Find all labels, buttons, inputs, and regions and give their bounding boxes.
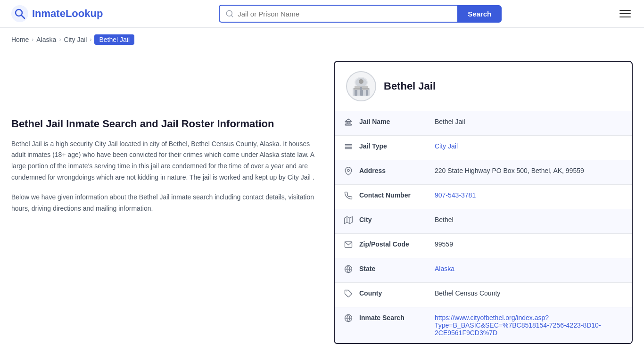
- svg-rect-18: [350, 122, 351, 124]
- info-icon-cell: [335, 136, 359, 160]
- hamburger-line-3: [619, 16, 631, 17]
- info-icon-cell: [335, 307, 359, 331]
- info-card: Bethel Jail Jail NameBethel JailJail Typ…: [334, 61, 633, 344]
- breadcrumb-chevron-2: ›: [59, 36, 61, 43]
- svg-marker-25: [345, 217, 353, 224]
- info-row-icon: [344, 216, 353, 227]
- svg-marker-19: [345, 119, 352, 121]
- info-icon-cell: [335, 209, 359, 233]
- logo-icon: [11, 5, 28, 22]
- page-title: Bethel Jail Inmate Search and Jail Roste…: [11, 117, 322, 131]
- info-row: Contact Number907-543-3781: [335, 185, 632, 209]
- info-value-link[interactable]: Alaska: [435, 265, 454, 272]
- info-row: Zip/Postal Code99559: [335, 234, 632, 258]
- svg-point-0: [11, 5, 28, 22]
- svg-rect-7: [360, 90, 363, 96]
- breadcrumb-state[interactable]: Alaska: [36, 36, 56, 43]
- info-value: 220 State Highway PO Box 500, Bethel, AK…: [435, 160, 632, 181]
- svg-point-24: [347, 169, 350, 172]
- info-row: CityBethel: [335, 209, 632, 234]
- info-label: Jail Name: [359, 111, 435, 132]
- right-column: Bethel Jail Jail NameBethel JailJail Typ…: [334, 61, 633, 344]
- info-icon-cell: [335, 160, 359, 184]
- hamburger-line-2: [619, 13, 631, 14]
- info-icon-cell: [335, 111, 359, 135]
- search-bar: Search: [219, 5, 502, 23]
- info-label: State: [359, 258, 435, 279]
- info-row-icon: [344, 289, 353, 300]
- info-row: StateAlaska: [335, 258, 632, 283]
- info-value[interactable]: https://www.cityofbethel.org/index.asp?T…: [435, 307, 632, 343]
- info-card-header: Bethel Jail: [335, 62, 632, 111]
- info-icon-cell: [335, 258, 359, 282]
- svg-rect-17: [348, 122, 349, 124]
- page-description: Bethel Jail is a high security City Jail…: [11, 139, 322, 183]
- info-row: Inmate Searchhttps://www.cityofbethel.or…: [335, 307, 632, 343]
- breadcrumb-chevron-1: ›: [32, 36, 33, 43]
- search-input[interactable]: [238, 10, 452, 18]
- info-value-link[interactable]: City Jail: [435, 142, 458, 150]
- info-value-link[interactable]: https://www.cityofbethel.org/index.asp?T…: [435, 314, 601, 337]
- info-row-icon: [344, 118, 353, 129]
- breadcrumb: Home › Alaska › City Jail › Bethel Jail: [0, 28, 644, 51]
- jail-name-header: Bethel Jail: [384, 80, 436, 92]
- info-icon-cell: [335, 234, 359, 258]
- info-label: Contact Number: [359, 185, 435, 206]
- svg-rect-16: [346, 122, 347, 124]
- info-label: Jail Type: [359, 136, 435, 156]
- search-input-wrapper: [219, 5, 457, 23]
- jail-building-icon: [350, 75, 372, 98]
- logo-text: InmateLookup: [32, 8, 103, 20]
- svg-line-4: [231, 15, 233, 16]
- info-row-icon: [344, 240, 353, 251]
- svg-rect-8: [366, 90, 368, 96]
- info-value-link[interactable]: 907-543-3781: [435, 191, 476, 199]
- info-row-icon: [344, 142, 353, 153]
- info-row-icon: [344, 265, 353, 276]
- svg-point-13: [359, 79, 363, 84]
- breadcrumb-home[interactable]: Home: [11, 36, 29, 43]
- left-column: Bethel Jail Inmate Search and Jail Roste…: [11, 61, 322, 344]
- jail-avatar: [346, 71, 376, 101]
- info-value: Bethel Census County: [435, 283, 632, 304]
- info-value: Bethel: [435, 209, 632, 230]
- info-label: Zip/Postal Code: [359, 234, 435, 255]
- search-icon: [225, 9, 234, 18]
- info-value: 99559: [435, 234, 632, 255]
- info-label: County: [359, 283, 435, 304]
- info-value: Bethel Jail: [435, 111, 632, 132]
- info-label: Address: [359, 160, 435, 181]
- breadcrumb-current: Bethel Jail: [94, 34, 134, 45]
- logo-link[interactable]: InmateLookup: [11, 5, 103, 22]
- hamburger-line-1: [619, 10, 631, 11]
- header: InmateLookup Search: [0, 0, 644, 28]
- search-button[interactable]: Search: [457, 5, 502, 23]
- svg-rect-14: [360, 87, 362, 90]
- info-value[interactable]: City Jail: [435, 136, 632, 156]
- info-row: Jail NameBethel Jail: [335, 111, 632, 136]
- info-row-icon: [344, 167, 353, 178]
- info-row: Address220 State Highway PO Box 500, Bet…: [335, 160, 632, 185]
- svg-rect-6: [355, 90, 357, 96]
- info-icon-cell: [335, 185, 359, 209]
- hamburger-menu[interactable]: [618, 8, 633, 19]
- info-value[interactable]: Alaska: [435, 258, 632, 279]
- page-sub-description: Below we have given information about th…: [11, 192, 322, 214]
- info-row: Jail TypeCity Jail: [335, 136, 632, 160]
- info-label: City: [359, 209, 435, 230]
- info-row-icon: [344, 314, 353, 325]
- breadcrumb-chevron-3: ›: [90, 36, 91, 43]
- breadcrumb-type[interactable]: City Jail: [64, 36, 87, 43]
- main-content: Bethel Jail Inmate Search and Jail Roste…: [0, 51, 644, 362]
- info-label: Inmate Search: [359, 307, 435, 328]
- info-table: Jail NameBethel JailJail TypeCity JailAd…: [335, 111, 632, 343]
- info-icon-cell: [335, 283, 359, 307]
- info-row-icon: [344, 191, 353, 202]
- info-row: CountyBethel Census County: [335, 283, 632, 307]
- info-value[interactable]: 907-543-3781: [435, 185, 632, 206]
